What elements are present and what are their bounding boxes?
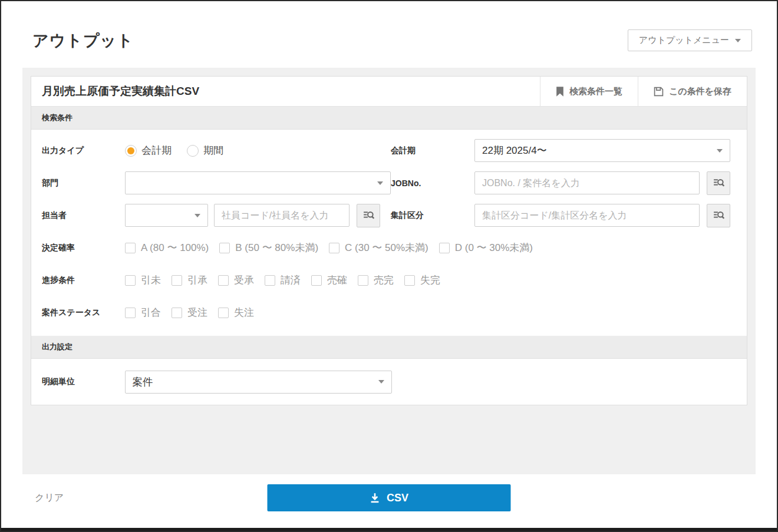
checkbox-label: B (50 〜 80%未満)	[235, 241, 318, 255]
checkbox-label: 売完	[374, 273, 394, 287]
page-title: アウトプット	[32, 30, 134, 51]
checkbox-label: 売確	[327, 273, 347, 287]
checkbox-icon	[329, 243, 339, 253]
checkbox-progress-seizumi[interactable]: 請済	[265, 273, 301, 287]
checkbox-probability-a[interactable]: A (80 〜 100%)	[125, 241, 209, 255]
checkbox-icon	[172, 275, 182, 286]
form-row-probability: 決定確率 A (80 〜 100%) B (50 〜 80%未満) C (30 …	[31, 232, 747, 264]
form-row-staff-aggregation: 担当者	[31, 199, 747, 232]
staff-input[interactable]	[214, 204, 350, 227]
chevron-down-icon	[377, 181, 383, 185]
csv-button-label: CSV	[387, 492, 408, 504]
search-conditions-list-label: 検索条件一覧	[569, 86, 622, 97]
search-panel: 月別売上原価予定実績集計CSV 検索条件一覧 この条件を保存	[22, 68, 756, 474]
checkbox-label: 受注	[187, 306, 207, 319]
clear-link[interactable]: クリア	[35, 492, 64, 504]
checkbox-icon	[125, 308, 136, 318]
radio-label: 会計期	[141, 144, 172, 157]
staff-type-select[interactable]	[125, 204, 208, 227]
checkbox-icon	[125, 275, 136, 286]
checkbox-label: 引承	[187, 273, 207, 287]
fiscal-period-label: 会計期	[391, 146, 474, 156]
search-conditions-form: 出力タイプ 会計期 期間 会計期 22期 2025/4〜	[31, 130, 747, 336]
aggregation-lookup-button[interactable]	[707, 204, 730, 227]
detail-unit-select-value: 案件	[133, 375, 153, 389]
chevron-down-icon	[194, 214, 200, 217]
form-row-output-type: 出力タイプ 会計期 期間 会計期 22期 2025/4〜	[31, 134, 747, 167]
bottom-window-edge	[1, 528, 777, 531]
checkbox-probability-d[interactable]: D (0 〜 30%未満)	[439, 241, 533, 255]
checkbox-icon	[125, 243, 136, 253]
download-icon	[370, 493, 381, 504]
job-no-label: JOBNo.	[391, 179, 474, 188]
chevron-down-icon	[735, 39, 741, 42]
checkbox-status-hikiai[interactable]: 引合	[125, 306, 161, 319]
output-menu-button-label: アウトプットメニュー	[639, 35, 729, 46]
checkbox-icon	[404, 275, 415, 286]
case-status-label: 案件ステータス	[42, 308, 125, 318]
list-search-icon	[713, 209, 725, 222]
radio-unselected-icon	[187, 145, 199, 157]
checkbox-icon	[172, 308, 182, 318]
fiscal-period-select-value: 22期 2025/4〜	[482, 144, 547, 157]
fiscal-period-select[interactable]: 22期 2025/4〜	[474, 139, 730, 162]
checkbox-icon	[219, 243, 230, 253]
detail-unit-select[interactable]: 案件	[125, 371, 392, 394]
department-select[interactable]	[125, 171, 391, 194]
checkbox-progress-urikaku[interactable]: 売確	[311, 273, 347, 287]
department-label: 部門	[42, 178, 125, 189]
checkbox-progress-shikkan[interactable]: 失完	[404, 273, 440, 287]
section-output-settings: 出力設定	[31, 336, 747, 359]
staff-lookup-button[interactable]	[357, 204, 380, 227]
checkbox-label: 引未	[141, 273, 161, 287]
chevron-down-icon	[717, 149, 723, 153]
checkbox-label: 失注	[234, 306, 254, 319]
detail-unit-label: 明細単位	[42, 376, 125, 387]
list-search-icon	[362, 209, 375, 222]
output-type-label: 出力タイプ	[42, 146, 125, 156]
checkbox-probability-c[interactable]: C (30 〜 50%未満)	[329, 241, 428, 255]
checkbox-icon	[218, 308, 229, 318]
list-search-icon	[713, 177, 725, 189]
checkbox-progress-urikan[interactable]: 売完	[358, 273, 394, 287]
report-title: 月別売上原価予定実績集計CSV	[31, 77, 540, 106]
bookmark-icon	[556, 87, 564, 97]
footer-action-bar: クリア CSV	[1, 474, 777, 528]
aggregation-input[interactable]	[474, 204, 700, 227]
checkbox-status-shitchu[interactable]: 失注	[218, 306, 254, 319]
checkbox-status-juchu[interactable]: 受注	[172, 306, 207, 319]
checkbox-label: D (0 〜 30%未満)	[455, 241, 533, 255]
checkbox-progress-hikimi[interactable]: 引未	[125, 273, 161, 287]
app-window: アウトプット アウトプットメニュー 月別売上原価予定実績集計CSV 検索条件一覧	[0, 0, 778, 532]
checkbox-progress-jusho[interactable]: 受承	[218, 273, 254, 287]
checkbox-label: A (80 〜 100%)	[141, 241, 209, 255]
output-menu-button[interactable]: アウトプットメニュー	[628, 29, 752, 51]
radio-period[interactable]: 期間	[187, 144, 223, 157]
page-header: アウトプット アウトプットメニュー	[1, 1, 777, 68]
job-no-input[interactable]	[474, 171, 700, 194]
form-row-progress: 進捗条件 引未 引承 受承 請済	[31, 264, 747, 296]
checkbox-progress-hikisho[interactable]: 引承	[172, 273, 207, 287]
checkbox-icon	[218, 275, 229, 286]
form-row-department-job: 部門 JOBNo.	[31, 167, 747, 199]
radio-label: 期間	[203, 144, 223, 157]
checkbox-label: 失完	[420, 273, 440, 287]
save-icon	[654, 87, 664, 97]
checkbox-icon	[439, 243, 450, 253]
section-search-conditions: 検索条件	[31, 107, 747, 130]
checkbox-probability-b[interactable]: B (50 〜 80%未満)	[219, 241, 318, 255]
card-header: 月別売上原価予定実績集計CSV 検索条件一覧 この条件を保存	[31, 77, 747, 107]
form-row-case-status: 案件ステータス 引合 受注 失注	[31, 296, 747, 329]
save-condition-button[interactable]: この条件を保存	[638, 77, 747, 106]
job-no-lookup-button[interactable]	[707, 171, 730, 195]
staff-label: 担当者	[42, 210, 125, 221]
checkbox-label: 引合	[141, 306, 161, 319]
csv-download-button[interactable]: CSV	[268, 484, 511, 511]
checkbox-icon	[265, 275, 275, 286]
checkbox-icon	[358, 275, 368, 286]
search-conditions-list-button[interactable]: 検索条件一覧	[540, 77, 638, 106]
probability-label: 決定確率	[42, 243, 125, 253]
radio-selected-icon	[125, 145, 137, 157]
radio-fiscal-period[interactable]: 会計期	[125, 144, 172, 157]
aggregation-label: 集計区分	[391, 210, 474, 221]
